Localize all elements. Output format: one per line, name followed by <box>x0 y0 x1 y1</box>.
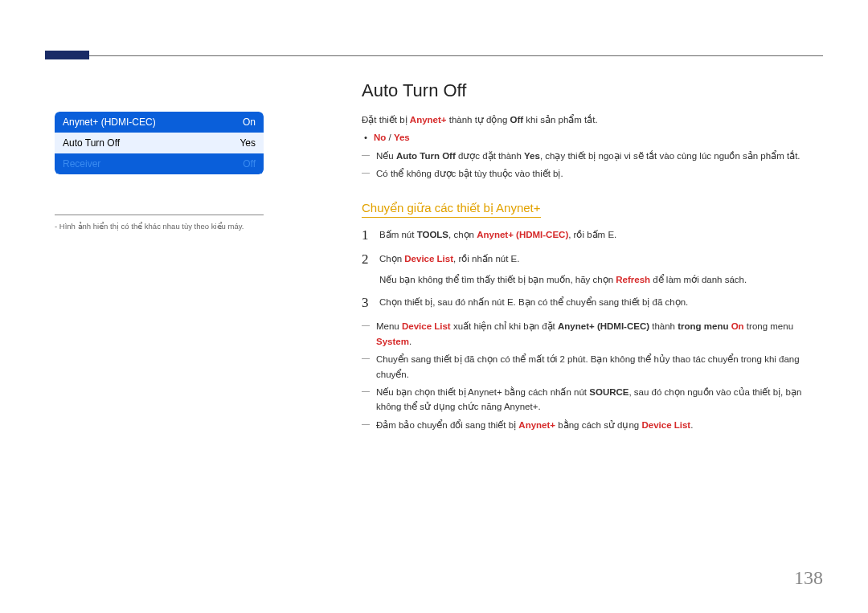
text: trong menu <box>747 321 793 331</box>
text: được đặt thành <box>456 151 524 161</box>
text: Chọn <box>379 254 404 264</box>
image-footnote: - Hình ảnh hiển thị có thể khác nhau tùy… <box>55 222 264 231</box>
step-2: 2 Chọn Device List, rồi nhấn nút E. Nếu … <box>362 251 824 288</box>
text: Đặt thiết bị <box>362 115 410 125</box>
text: xuất hiện chỉ khi bạn đặt <box>451 321 558 331</box>
keyword-anynet: Anynet+ <box>410 115 447 125</box>
step-3: 3 Chọn thiết bị, sau đó nhấn nút E. Bạn … <box>362 295 824 311</box>
menu-value: On <box>243 116 256 128</box>
text: thành tự động <box>447 115 510 125</box>
text: Bấm nút <box>379 230 417 239</box>
text: , rồi nhấn nút <box>453 254 511 264</box>
text: . <box>517 254 519 264</box>
text: . <box>690 420 693 430</box>
text: Nếu <box>376 151 396 161</box>
separator: / <box>386 133 394 142</box>
footnote-rule <box>55 215 264 215</box>
step-number: 2 <box>362 251 379 288</box>
option-no: No <box>374 133 386 142</box>
bottom-note-4: Đảm bảo chuyển đổi sang thiết bị Anynet+… <box>362 418 824 432</box>
keyword-refresh: Refresh <box>616 275 650 284</box>
text: Nếu bạn không thể tìm thấy thiết bị bạn … <box>379 275 616 284</box>
section-heading: Auto Turn Off <box>362 80 824 101</box>
enter-key-icon: E <box>608 230 614 239</box>
text: trong menu <box>678 321 731 331</box>
menu-value: Yes <box>240 137 256 149</box>
text: . <box>614 230 616 239</box>
text: Menu <box>376 321 402 331</box>
subsection-heading: Chuyển giữa các thiết bị Anynet+ <box>362 201 541 218</box>
step-text: Bấm nút TOOLS, chọn Anynet+ (HDMI-CEC), … <box>379 227 824 243</box>
keyword-system: System <box>376 337 409 346</box>
settings-menu-preview: Anynet+ (HDMI-CEC) On Auto Turn Off Yes … <box>55 112 264 174</box>
text: . <box>409 337 411 346</box>
step-number: 1 <box>362 227 379 243</box>
step-1: 1 Bấm nút TOOLS, chọn Anynet+ (HDMI-CEC)… <box>362 227 824 243</box>
enter-key-icon: E <box>507 297 514 307</box>
text: , rồi bấm <box>568 230 608 239</box>
step-subtext: Nếu bạn không thể tìm thấy thiết bị bạn … <box>379 272 824 287</box>
option-yes: Yes <box>394 133 410 142</box>
text: , chạy thiết bị ngoại vi sẽ tắt vào cùng… <box>540 151 800 161</box>
keyword: Auto Turn Off <box>396 151 456 161</box>
option-bullet: No / Yes <box>362 130 824 145</box>
keyword-tools: TOOLS <box>417 230 448 239</box>
menu-value: Off <box>243 158 256 170</box>
step-text: Chọn thiết bị, sau đó nhấn nút E. Bạn có… <box>379 295 824 311</box>
note-line: Nếu Auto Turn Off được đặt thành Yes, ch… <box>362 149 824 163</box>
text: thành <box>649 321 678 331</box>
menu-label: Anynet+ (HDMI-CEC) <box>63 116 156 128</box>
text: khi sản phẩm tắt. <box>523 115 598 125</box>
keyword-device-list: Device List <box>641 420 690 430</box>
text: , chọn <box>448 230 477 239</box>
header-rule <box>45 55 823 56</box>
menu-row-receiver: Receiver Off <box>55 153 264 174</box>
menu-label: Auto Turn Off <box>63 137 120 149</box>
bottom-note-3: Nếu bạn chọn thiết bị Anynet+ bằng cách … <box>362 385 824 415</box>
header-accent-bar <box>45 51 89 59</box>
bottom-note-2: Chuyển sang thiết bị đã chọn có thể mất … <box>362 352 824 382</box>
menu-label: Receiver <box>63 158 100 170</box>
text: . Bạn có thể chuyển sang thiết bị đã chọ… <box>514 297 689 307</box>
keyword: Anynet+ (HDMI-CEC) <box>558 321 649 331</box>
note-line: Có thể không được bật tùy thuộc vào thiế… <box>362 166 824 181</box>
text: Chuyển sang thiết bị đã chọn có thể mất … <box>376 354 800 378</box>
text: để làm mới danh sách. <box>650 275 747 284</box>
text: Chọn thiết bị, sau đó nhấn nút <box>379 297 507 307</box>
keyword-off: Off <box>510 115 523 125</box>
text: Đảm bảo chuyển đổi sang thiết bị <box>376 420 518 430</box>
keyword: Yes <box>524 151 540 161</box>
text: Có thể không được bật tùy thuộc vào thiế… <box>376 169 563 178</box>
keyword-device-list: Device List <box>404 254 453 264</box>
text: bằng cách sử dụng <box>555 420 641 430</box>
keyword-anynet: Anynet+ (HDMI-CEC) <box>477 230 568 239</box>
step-text: Chọn Device List, rồi nhấn nút E. Nếu bạ… <box>379 251 824 288</box>
keyword: On <box>731 321 744 331</box>
keyword: Device List <box>402 321 451 331</box>
intro-line: Đặt thiết bị Anynet+ thành tự động Off k… <box>362 112 824 127</box>
menu-row-anynet: Anynet+ (HDMI-CEC) On <box>55 112 264 133</box>
menu-row-auto-turn-off: Auto Turn Off Yes <box>55 133 264 153</box>
keyword-anynet: Anynet+ <box>518 420 555 430</box>
step-number: 3 <box>362 295 379 311</box>
bottom-note-1: Menu Device List xuất hiện chỉ khi bạn đ… <box>362 319 824 349</box>
keyword-source: SOURCE <box>589 387 628 397</box>
text: Nếu bạn chọn thiết bị Anynet+ bằng cách … <box>376 387 589 397</box>
page-number: 138 <box>794 567 823 589</box>
